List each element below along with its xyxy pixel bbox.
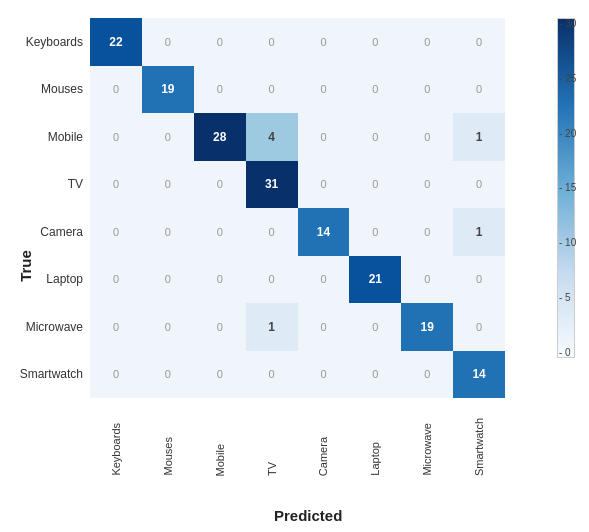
matrix-cell: 0 (298, 303, 350, 351)
matrix-cell: 0 (349, 18, 401, 66)
matrix-cell: 0 (401, 256, 453, 304)
x-label: Mobile (194, 398, 246, 478)
matrix-cell: 0 (453, 256, 505, 304)
x-label: Keyboards (90, 398, 142, 478)
matrix-cell: 1 (246, 303, 298, 351)
y-axis-labels: KeyboardsMousesMobileTVCameraLaptopMicro… (30, 18, 88, 398)
x-axis-title: Predicted (274, 507, 342, 524)
matrix-cell: 0 (401, 208, 453, 256)
matrix-cell: 0 (90, 303, 142, 351)
matrix-cell: 0 (349, 66, 401, 114)
matrix-cell: 0 (90, 351, 142, 399)
y-label: Mouses (30, 66, 88, 114)
x-label: Mouses (142, 398, 194, 478)
matrix-cell: 0 (142, 161, 194, 209)
matrix-cell: 0 (453, 18, 505, 66)
matrix-cell: 0 (298, 351, 350, 399)
matrix-cell: 0 (298, 18, 350, 66)
matrix-cell: 4 (246, 113, 298, 161)
matrix-cell: 0 (349, 303, 401, 351)
matrix-cell: 0 (401, 113, 453, 161)
matrix-cell: 0 (401, 161, 453, 209)
colorbar-tick: - 20 (537, 128, 577, 139)
matrix-cell: 0 (90, 256, 142, 304)
colorbar-tick: - 15 (537, 182, 577, 193)
y-label: TV (30, 161, 88, 209)
matrix-cell: 0 (246, 351, 298, 399)
matrix-cell: 0 (194, 18, 246, 66)
matrix-cell: 0 (194, 208, 246, 256)
matrix-cell: 0 (90, 161, 142, 209)
matrix-cell: 0 (401, 66, 453, 114)
matrix-cell: 19 (142, 66, 194, 114)
colorbar-tick: - 5 (537, 292, 577, 303)
matrix-cell: 0 (401, 351, 453, 399)
chart-container: True KeyboardsMousesMobileTVCameraLaptop… (0, 0, 589, 532)
matrix-cell: 0 (246, 18, 298, 66)
colorbar-tick: - 10 (537, 237, 577, 248)
matrix-cell: 0 (349, 351, 401, 399)
matrix-cell: 0 (298, 256, 350, 304)
matrix-cell: 0 (453, 66, 505, 114)
confusion-matrix: 2200000000190000000028400010003100000000… (90, 18, 505, 398)
x-label: Microwave (401, 398, 453, 478)
matrix-cell: 14 (453, 351, 505, 399)
x-label: Camera (298, 398, 350, 478)
matrix-cell: 0 (142, 256, 194, 304)
colorbar-tick: - 30 (537, 18, 577, 29)
x-label: Laptop (349, 398, 401, 478)
matrix-cell: 0 (246, 256, 298, 304)
matrix-cell: 0 (142, 113, 194, 161)
x-axis-labels: KeyboardsMousesMobileTVCameraLaptopMicro… (90, 398, 505, 478)
matrix-cell: 0 (142, 208, 194, 256)
matrix-cell: 0 (246, 208, 298, 256)
matrix-cell: 22 (90, 18, 142, 66)
matrix-cell: 28 (194, 113, 246, 161)
matrix-cell: 0 (298, 161, 350, 209)
matrix-cell: 0 (90, 66, 142, 114)
matrix-cell: 0 (349, 113, 401, 161)
matrix-cell: 0 (401, 18, 453, 66)
matrix-cell: 0 (194, 256, 246, 304)
matrix-cell: 0 (453, 303, 505, 351)
x-label: Smartwatch (453, 398, 505, 478)
matrix-cell: 31 (246, 161, 298, 209)
colorbar-ticks: - 30- 25- 20- 15- 10- 5- 0 (537, 18, 577, 358)
matrix-cell: 0 (349, 161, 401, 209)
x-label: TV (246, 398, 298, 478)
matrix-cell: 0 (194, 66, 246, 114)
colorbar-tick: - 25 (537, 73, 577, 84)
y-label: Keyboards (30, 18, 88, 66)
y-label: Smartwatch (30, 351, 88, 399)
matrix-cell: 1 (453, 208, 505, 256)
matrix-cell: 0 (453, 161, 505, 209)
matrix-cell: 21 (349, 256, 401, 304)
matrix-cell: 0 (90, 208, 142, 256)
matrix-cell: 0 (349, 208, 401, 256)
matrix-cell: 0 (298, 113, 350, 161)
matrix-cell: 14 (298, 208, 350, 256)
y-label: Camera (30, 208, 88, 256)
matrix-cell: 0 (90, 113, 142, 161)
y-label: Laptop (30, 256, 88, 304)
matrix-cell: 0 (142, 303, 194, 351)
y-label: Microwave (30, 303, 88, 351)
colorbar: - 30- 25- 20- 15- 10- 5- 0 (555, 18, 577, 398)
matrix-cell: 19 (401, 303, 453, 351)
y-label: Mobile (30, 113, 88, 161)
matrix-cell: 0 (142, 351, 194, 399)
matrix-cell: 0 (246, 66, 298, 114)
matrix-cell: 1 (453, 113, 505, 161)
colorbar-tick: - 0 (537, 347, 577, 358)
matrix-cell: 0 (194, 161, 246, 209)
matrix-cell: 0 (194, 303, 246, 351)
matrix-cell: 0 (194, 351, 246, 399)
matrix-cell: 0 (142, 18, 194, 66)
matrix-cell: 0 (298, 66, 350, 114)
